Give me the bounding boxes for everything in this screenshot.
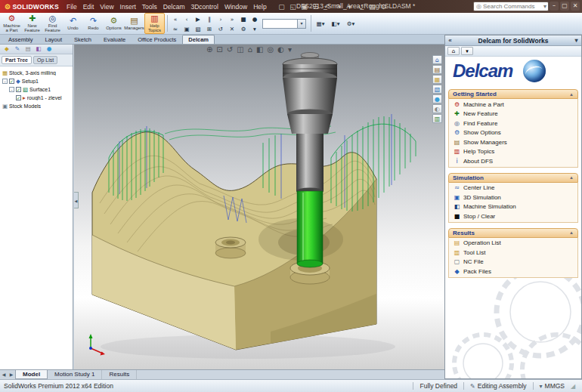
configuration-manager-tab[interactable]: ▤ [23,45,33,53]
section-view-icon[interactable]: ◫ [237,45,243,54]
stock-model[interactable] [92,132,376,350]
tree-collapse-handle[interactable]: ◀ [74,192,79,208]
display-mode-button[interactable]: ◧▾ [329,19,342,28]
sheet-next-button[interactable]: ▶ [8,370,15,379]
tab-delcam[interactable]: Delcam [182,35,215,44]
search-box[interactable]: ◎ ▾ [473,2,549,11]
new-feature-item[interactable]: ✚New Feature [449,110,577,119]
center-line-item[interactable]: ≈Center Line [449,184,577,193]
hide-show-icon[interactable]: ◎ [267,45,274,54]
tree-tab-part-tree[interactable]: Part Tree [2,56,32,64]
find-feature-item[interactable]: ◎Find Feature [449,119,577,128]
collapse-section-icon[interactable]: ▲ [569,230,574,235]
sim-compare-button[interactable]: ⊞ [204,24,215,33]
zoom-area-icon[interactable]: ⊡ [216,45,222,54]
graphics-viewport[interactable]: ⊕⊡↺◫⌂◧◎◐▾ ⌂▤▦▧●◐▥ ◀ [74,45,444,369]
expander-icon[interactable]: - [2,79,8,84]
sim-to-start-button[interactable]: « [170,14,181,23]
zoom-fit-icon[interactable]: ⊕ [206,45,212,54]
expander-icon[interactable]: - [9,87,14,92]
menu-edit[interactable]: Edit [80,2,98,12]
3d-simulation-item[interactable]: ▣3D Simulation [449,193,577,202]
menu-view[interactable]: View [97,2,116,12]
machine-simulation-item[interactable]: ◧Machine Simulation [449,202,577,212]
section-header-results[interactable]: Results▲ [448,228,578,238]
stop-clear-item[interactable]: ■Stop / Clear [449,211,577,221]
sim-clear-button[interactable]: ✕ [227,24,237,33]
doc-tab-results[interactable]: Results [102,370,137,379]
show-managers-item[interactable]: ▤Show Managers [449,137,577,147]
options-button[interactable]: ⚙Options [104,13,124,34]
sim-pause-button[interactable]: ‖ [204,14,215,23]
menu-3dcontrol[interactable]: 3Dcontrol [188,2,221,12]
menu-insert[interactable]: Insert [117,2,139,12]
close-button[interactable]: ✕ [571,2,580,11]
about-dfs-item[interactable]: iAbout DFS [449,156,577,166]
design-library-tab[interactable]: ▤ [432,65,442,74]
checkbox-icon[interactable]: ✓ [16,87,21,92]
home-icon[interactable]: ⌂ [447,47,460,55]
menu-tools[interactable]: Tools [139,2,160,12]
machine-a-part-item[interactable]: ⚙Machine a Part [449,100,577,110]
collapse-section-icon[interactable]: ▲ [569,175,574,180]
sim-play-button[interactable]: ▶ [193,14,203,23]
scenes-tab[interactable]: ◐ [432,104,442,113]
pin-icon[interactable]: ▾ [571,37,581,44]
minimize-button[interactable]: – [549,2,559,11]
property-manager-tab[interactable]: ✎ [13,45,22,53]
options-menu-icon[interactable]: ▾ [461,47,473,55]
collapse-section-icon[interactable]: ▲ [569,92,574,97]
nc-file-item[interactable]: ▢NC File [449,258,577,267]
view-orientation-icon[interactable]: ⌂ [248,45,252,54]
sim-wireframe-button[interactable]: ▧ [193,24,203,33]
appearances-icon[interactable]: ◐ [277,45,284,54]
sheet-prev-button[interactable]: ◀ [0,370,8,379]
view-palette-tab[interactable]: ▧ [432,85,442,94]
section-header-simulation[interactable]: Simulation▲ [448,173,578,183]
doc-tab-motion-study-1[interactable]: Motion Study 1 [48,370,102,379]
menu-file[interactable]: File [63,2,80,12]
tree-row[interactable]: ▦Stock, 3-axis milling [1,69,72,77]
sim-settings-button[interactable]: ⚙ [238,24,249,33]
scene-dropdown-icon[interactable]: ▾ [288,45,292,54]
tools-button[interactable]: ⚙▾ [344,19,358,28]
new-file-icon[interactable]: ▢ [277,3,286,11]
sim-speed-combo[interactable]: ▾ [262,19,306,29]
help-topics-button[interactable]: ▥HelpTopics [144,13,165,34]
previous-view-icon[interactable]: ↺ [227,45,233,54]
sim-step-back-button[interactable]: ‹ [181,14,192,23]
pack-files-item[interactable]: ◆Pack Files [449,267,577,276]
feature-manager-tab[interactable]: ◆ [2,45,11,53]
display-manager-tab[interactable]: ● [45,45,54,53]
redo-button[interactable]: ↷Redo [83,13,104,34]
tree-row[interactable]: ▣Stock Models [1,102,72,110]
menu-help[interactable]: Help [250,2,269,12]
file-explorer-tab[interactable]: ▦ [432,75,442,84]
sim-stop-button[interactable]: ■ [238,14,249,23]
viewport-3d-scene[interactable] [74,45,444,369]
sim-refresh-button[interactable]: ↺ [215,24,226,33]
combo-dropdown-icon[interactable]: ▾ [297,20,305,28]
sim-more-button[interactable]: ▾ [249,24,260,33]
machine-a-part-button[interactable]: ⚙Machinea Part [2,13,22,34]
section-header-getting-started[interactable]: Getting Started▲ [448,89,578,99]
sim-step-forward-button[interactable]: › [215,14,226,23]
doc-tab-model[interactable]: Model [15,370,48,379]
tab-sketch[interactable]: Sketch [68,35,98,44]
find-feature-button[interactable]: ◎FindFeature [42,13,63,34]
tree-row[interactable]: ✓▸rough1 - zlevel [1,94,72,102]
custom-properties-tab[interactable]: ▥ [432,114,442,123]
checkbox-icon[interactable]: ✓ [16,95,21,100]
sim-to-end-button[interactable]: » [227,14,237,23]
tree-row[interactable]: -✓▧Surface1 [1,85,72,94]
show-options-item[interactable]: ⚙Show Options [449,128,577,138]
search-input[interactable] [483,3,542,10]
managers-button[interactable]: ▤Managers [124,13,144,34]
dimxpert-manager-tab[interactable]: ◧ [34,45,43,53]
new-feature-button[interactable]: ✚NewFeature [22,13,42,34]
view-options-button[interactable]: ▦▾ [314,19,327,28]
maximize-button[interactable]: ▢ [560,2,569,11]
tab-evaluate[interactable]: Evaluate [98,35,132,44]
menu-window[interactable]: Window [221,2,250,12]
operation-list-item[interactable]: ▤Operation List [449,239,577,248]
